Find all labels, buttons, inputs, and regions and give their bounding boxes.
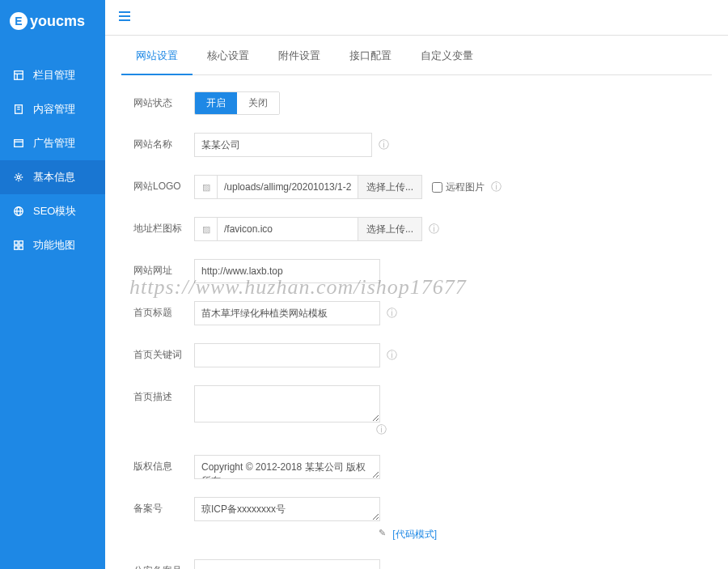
sidebar-item-content[interactable]: 内容管理 [0, 92, 105, 126]
row-home-keywords: 首页关键词 ⓘ [133, 343, 700, 367]
image-icon: ▨ [194, 175, 217, 199]
input-home-keywords[interactable] [194, 343, 380, 367]
gear-icon [12, 171, 25, 184]
sidebar: E youcms 栏目管理 内容管理 广告管理 基本信息 SEO模块 [0, 0, 105, 569]
toggle-site-status: 开启 关闭 [194, 91, 280, 115]
checkbox-remote-img-input[interactable] [432, 182, 442, 193]
label-beian: 备案号 [133, 497, 194, 516]
label-copyright: 版权信息 [133, 455, 194, 473]
svg-rect-12 [15, 241, 18, 244]
sidebar-item-ads[interactable]: 广告管理 [0, 126, 105, 160]
checkbox-remote-img-label: 远程图片 [446, 180, 485, 194]
input-favicon[interactable] [217, 217, 358, 241]
tab-site-settings[interactable]: 网站设置 [121, 38, 193, 75]
sidebar-item-label: 内容管理 [33, 102, 75, 117]
upload-favicon-button[interactable]: 选择上传... [358, 217, 422, 241]
sidebar-item-basic[interactable]: 基本信息 [0, 160, 105, 194]
row-copyright: 版权信息 Copyright © 2012-2018 某某公司 版权所有 [133, 455, 700, 479]
tab-api-config[interactable]: 接口配置 [335, 38, 406, 74]
edit-icon[interactable]: ✎ [379, 528, 386, 538]
help-icon[interactable]: ⓘ [387, 348, 397, 363]
image-icon: ▨ [194, 217, 217, 241]
tab-attachment-settings[interactable]: 附件设置 [264, 38, 335, 74]
sidebar-item-seo[interactable]: SEO模块 [0, 194, 105, 228]
tabs: 网站设置 核心设置 附件设置 接口配置 自定义变量 [121, 36, 712, 75]
sidebar-item-label: 广告管理 [33, 136, 75, 151]
sidebar-item-label: 功能地图 [33, 238, 75, 253]
svg-point-8 [17, 176, 20, 179]
ad-icon [12, 137, 25, 150]
label-home-desc: 首页描述 [133, 385, 194, 404]
sidebar-menu: 栏目管理 内容管理 广告管理 基本信息 SEO模块 功能地图 [0, 58, 105, 262]
label-site-logo: 网站LOGO [133, 175, 194, 193]
row-home-desc: 首页描述 ⓘ [133, 385, 700, 437]
input-home-title[interactable] [194, 301, 380, 325]
toggle-off[interactable]: 关闭 [237, 92, 279, 114]
code-mode-link[interactable]: [代码模式] [392, 528, 437, 541]
help-icon[interactable]: ⓘ [491, 180, 502, 194]
row-site-name: 网站名称 ⓘ [133, 133, 700, 157]
logo-text: youcms [30, 13, 85, 30]
label-site-name: 网站名称 [133, 133, 194, 151]
grid-icon [12, 239, 25, 252]
main-content: 网站设置 核心设置 附件设置 接口配置 自定义变量 网站状态 开启 关闭 [105, 0, 728, 569]
textarea-beian[interactable]: 琼ICP备xxxxxxxx号 [194, 497, 380, 521]
upload-logo-button[interactable]: 选择上传... [358, 175, 422, 199]
row-police-beian: 公安备案号 ✎ [代码模式] [133, 559, 700, 569]
input-site-logo[interactable] [217, 175, 358, 199]
svg-rect-0 [15, 71, 23, 80]
input-site-url[interactable] [194, 259, 380, 283]
tab-custom-vars[interactable]: 自定义变量 [406, 38, 488, 74]
row-site-status: 网站状态 开启 关闭 [133, 91, 700, 115]
label-home-title: 首页标题 [133, 301, 194, 320]
form: 网站状态 开启 关闭 网站名称 ⓘ [121, 91, 712, 569]
svg-rect-14 [15, 246, 18, 249]
svg-rect-6 [15, 140, 23, 147]
svg-rect-13 [19, 241, 23, 244]
row-site-logo: 网站LOGO ▨ 选择上传... 远程图片 ⓘ [133, 175, 700, 199]
row-beian: 备案号 琼ICP备xxxxxxxx号 ✎ [代码模式] [133, 497, 700, 541]
checkbox-remote-img[interactable]: 远程图片 [432, 180, 485, 194]
sidebar-item-columns[interactable]: 栏目管理 [0, 58, 105, 92]
sidebar-item-sitemap[interactable]: 功能地图 [0, 228, 105, 262]
columns-icon [12, 69, 25, 82]
topbar [105, 0, 728, 36]
sidebar-item-label: SEO模块 [33, 204, 76, 219]
help-icon[interactable]: ⓘ [387, 306, 397, 321]
globe-icon [12, 205, 25, 218]
label-site-url: 网站网址 [133, 259, 194, 278]
help-icon[interactable]: ⓘ [376, 423, 387, 437]
tab-core-settings[interactable]: 核心设置 [193, 38, 264, 74]
label-site-status: 网站状态 [133, 91, 194, 110]
file-icon [12, 103, 25, 116]
textarea-home-desc[interactable] [194, 385, 380, 423]
input-site-name[interactable] [194, 133, 372, 157]
svg-rect-15 [19, 246, 23, 249]
label-favicon: 地址栏图标 [133, 217, 194, 236]
textarea-police-beian[interactable] [194, 559, 380, 569]
logo-icon: E [10, 12, 28, 30]
label-police-beian: 公安备案号 [133, 559, 194, 569]
sidebar-item-label: 栏目管理 [33, 68, 75, 83]
help-icon[interactable]: ⓘ [379, 138, 389, 152]
help-icon[interactable]: ⓘ [429, 222, 439, 236]
textarea-copyright[interactable]: Copyright © 2012-2018 某某公司 版权所有 [194, 455, 380, 479]
label-home-keywords: 首页关键词 [133, 343, 194, 362]
hamburger-icon[interactable] [117, 9, 132, 26]
row-favicon: 地址栏图标 ▨ 选择上传... ⓘ [133, 217, 700, 241]
toggle-on[interactable]: 开启 [195, 92, 237, 114]
row-site-url: 网站网址 [133, 259, 700, 283]
sidebar-item-label: 基本信息 [33, 170, 75, 185]
logo: E youcms [0, 0, 105, 42]
row-home-title: 首页标题 ⓘ [133, 301, 700, 325]
content-area: 网站设置 核心设置 附件设置 接口配置 自定义变量 网站状态 开启 关闭 [105, 36, 728, 569]
